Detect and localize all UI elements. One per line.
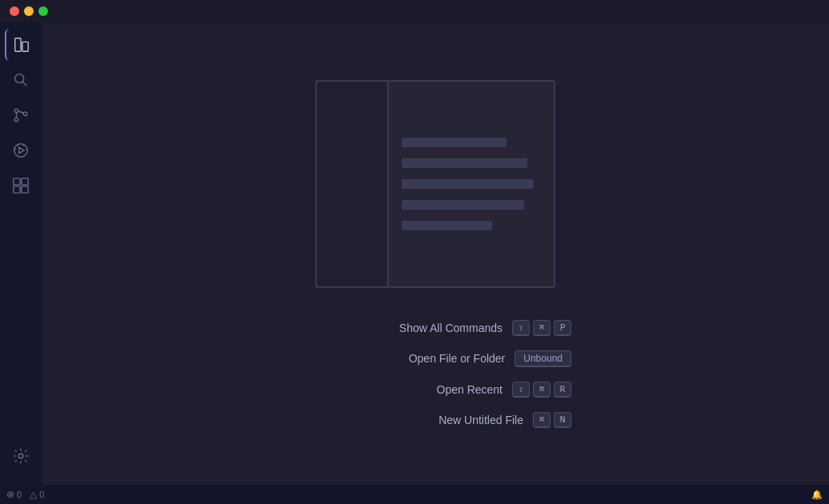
notification-bell[interactable]: 🔔 — [811, 490, 823, 500]
minimize-button[interactable] — [24, 6, 34, 16]
mock-line — [402, 221, 492, 230]
editor-area: Show All Commands ⇧ ⌘ P Open File or Fol… — [42, 22, 829, 485]
shortcut-keys: ⇧ ⌘ P — [512, 320, 571, 336]
svg-rect-13 — [22, 178, 28, 185]
svg-point-5 — [14, 118, 18, 122]
warning-icon: △ — [30, 489, 37, 500]
statusbar: ⊗ 0 △ 0 🔔 — [0, 485, 829, 504]
traffic-lights — [10, 6, 48, 16]
kbd-shift: ⇧ — [512, 320, 530, 336]
kbd-n: N — [554, 412, 571, 428]
status-errors[interactable]: ⊗ 0 — [6, 489, 22, 500]
main-layout: Show All Commands ⇧ ⌘ P Open File or Fol… — [0, 22, 829, 485]
search-icon[interactable] — [5, 64, 37, 96]
svg-point-16 — [18, 454, 23, 458]
editor-sidebar-mock — [317, 82, 389, 286]
shortcuts-section: Show All Commands ⇧ ⌘ P Open File or Fol… — [299, 320, 571, 428]
shortcut-label: Open File or Folder — [299, 352, 505, 365]
kbd-p: P — [554, 320, 571, 336]
svg-rect-12 — [14, 178, 20, 185]
shortcut-show-all-commands[interactable]: Show All Commands ⇧ ⌘ P — [299, 320, 571, 336]
maximize-button[interactable] — [38, 6, 48, 16]
error-icon: ⊗ — [6, 489, 14, 500]
svg-rect-1 — [22, 42, 28, 51]
svg-point-6 — [23, 112, 27, 116]
activity-bar-top — [5, 29, 37, 440]
close-button[interactable] — [10, 6, 19, 16]
editor-mockup — [315, 80, 555, 288]
run-debug-icon[interactable] — [5, 134, 37, 166]
activity-bar-bottom — [5, 440, 37, 478]
svg-point-4 — [14, 109, 18, 113]
titlebar — [0, 0, 829, 22]
kbd-cmd: ⌘ — [533, 412, 551, 428]
svg-point-7 — [14, 144, 28, 158]
activity-bar — [0, 22, 42, 485]
svg-line-3 — [22, 82, 26, 86]
shortcut-label: New Untitled File — [299, 414, 523, 426]
svg-rect-15 — [22, 186, 28, 193]
mock-line — [402, 179, 534, 189]
shortcut-keys: Unbound — [515, 350, 571, 367]
shortcut-label: Show All Commands — [299, 322, 503, 334]
shortcut-open-file[interactable]: Open File or Folder Unbound — [299, 350, 571, 367]
mock-line — [402, 200, 524, 210]
svg-rect-0 — [15, 38, 21, 52]
mock-line — [402, 158, 527, 168]
warning-count: 0 — [39, 490, 44, 499]
shortcut-keys: ⌘ N — [533, 412, 571, 428]
extensions-icon[interactable] — [5, 170, 37, 202]
shortcut-open-recent[interactable]: Open Recent ⇧ ⌘ R — [299, 382, 571, 398]
status-right: 🔔 — [811, 490, 823, 500]
settings-icon[interactable] — [5, 440, 37, 472]
mock-line — [402, 138, 507, 147]
svg-rect-14 — [14, 186, 20, 193]
kbd-r: R — [554, 382, 571, 398]
shortcut-label: Open Recent — [299, 383, 503, 396]
kbd-cmd: ⌘ — [533, 382, 551, 398]
kbd-unbound: Unbound — [515, 350, 571, 367]
explorer-icon[interactable] — [5, 29, 37, 61]
shortcut-new-file[interactable]: New Untitled File ⌘ N — [299, 412, 571, 428]
status-warnings[interactable]: △ 0 — [30, 489, 44, 500]
kbd-cmd: ⌘ — [533, 320, 551, 336]
error-count: 0 — [17, 490, 22, 499]
status-left: ⊗ 0 △ 0 — [6, 489, 811, 500]
welcome-graphic — [315, 80, 555, 288]
kbd-shift: ⇧ — [512, 382, 530, 398]
shortcut-keys: ⇧ ⌘ R — [512, 382, 571, 398]
editor-content-mock — [389, 82, 554, 286]
bell-icon: 🔔 — [811, 490, 823, 500]
svg-point-2 — [15, 74, 24, 83]
source-control-icon[interactable] — [5, 99, 37, 131]
